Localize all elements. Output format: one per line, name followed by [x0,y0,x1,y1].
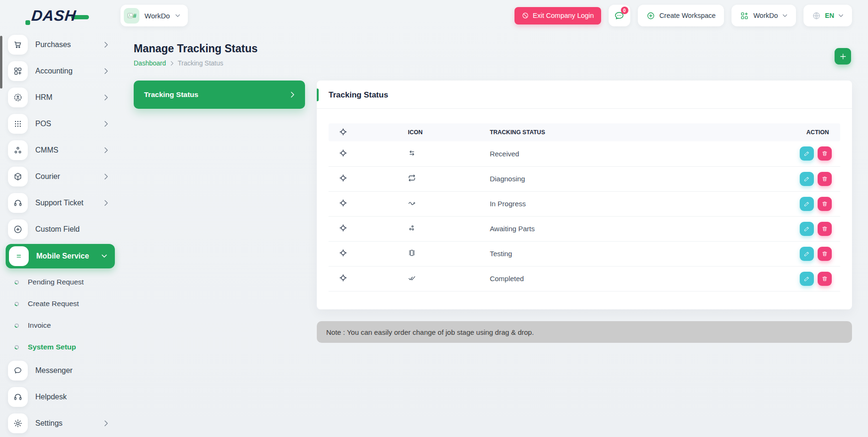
chevron-right-icon [170,61,174,66]
trash-icon [821,226,828,232]
logo-dot [25,20,30,25]
sidebar-item-cmms[interactable]: CMMS [0,138,121,163]
sidebar-item-label: Support Ticket [35,199,83,207]
language-selector[interactable]: EN [804,5,852,26]
edit-button[interactable] [800,247,814,261]
crosshair-move-icon [339,128,347,136]
table-row: Received [329,141,840,166]
sidebar-item-accounting[interactable]: Accounting [0,58,121,84]
breadcrumb-dashboard-link[interactable]: Dashboard [134,59,166,67]
messenger-badge: 0 [621,7,628,14]
create-workspace-button[interactable]: Create Workspace [638,5,724,26]
crosshair-move-icon [339,224,347,232]
sidebar-scrollbar[interactable] [0,36,2,89]
delete-button[interactable] [818,197,832,211]
pencil-icon [804,251,810,257]
sidebar-subitem-pending-request[interactable]: Pending Request [0,271,121,293]
workspace-menu-label: WorkDo [753,12,778,19]
nav-card-label: Tracking Status [144,90,198,99]
drag-handle[interactable] [329,266,408,291]
edit-button[interactable] [800,272,814,286]
chevron-right-icon [104,68,108,74]
trash-icon [821,201,828,207]
status-icon-cell [408,216,490,241]
sidebar-item-messenger[interactable]: Messenger [0,358,121,383]
pencil-icon [804,176,810,182]
topbar: DASH # WorkDo Exit Company Login 0 Creat… [0,0,868,31]
exit-company-login-button[interactable]: Exit Company Login [514,7,601,24]
crosshair-move-icon [339,174,347,182]
sidebar-item-support-ticket[interactable]: Support Ticket [0,190,121,216]
logo-text: DASH [31,7,77,24]
row-actions [728,247,840,261]
tracking-status-nav-card[interactable]: Tracking Status [134,81,305,109]
exit-button-label: Exit Company Login [533,12,594,19]
crosshair-move-icon [339,149,347,157]
dashed-circle-user-icon [8,88,28,107]
sidebar-item-mobile-service[interactable]: Mobile Service [6,244,115,268]
package-icon [8,167,28,186]
workspace-selector[interactable]: # WorkDo [121,5,188,26]
sidebar-subitem-label: Pending Request [28,278,84,286]
sidebar-item-pos[interactable]: POS [0,111,121,137]
sidebar-item-label: Messenger [35,366,72,375]
table-row: Completed [329,266,840,291]
sidebar-item-label: Courier [35,172,60,181]
sidebar-item-label: Mobile Service [36,252,89,260]
row-actions [728,146,840,161]
sidebar-item-hrm[interactable]: HRM [0,85,121,110]
sidebar-subitem-label: System Setup [28,343,76,351]
sidebar-item-custom-field[interactable]: Custom Field [0,217,121,242]
edit-button[interactable] [800,222,814,236]
trash-icon [821,176,828,182]
status-label: Completed [490,266,727,291]
globe-icon [812,11,821,20]
status-icon-cell [408,141,490,166]
mobile-dashed-icon [408,249,416,257]
status-label: Testing [490,241,727,266]
drag-handle[interactable] [329,191,408,216]
delete-button[interactable] [818,247,832,261]
messenger-button[interactable]: 0 [609,5,630,26]
menu-lines-icon [9,246,29,266]
wave-arrow-icon [408,199,416,207]
sidebar-item-label: Settings [35,419,63,428]
icon-column-header: ICON [408,123,490,141]
table-row: Diagnosing [329,166,840,191]
chat-bubble-icon [8,361,28,380]
add-tracking-status-button[interactable] [835,48,851,65]
sidebar-item-courier[interactable]: Courier [0,164,121,189]
chevron-right-icon [290,91,295,98]
sidebar-subitem-system-setup[interactable]: System Setup [0,336,121,358]
drag-handle[interactable] [329,141,408,166]
status-label: Diagnosing [490,166,727,191]
edit-button[interactable] [800,197,814,211]
headset-icon [8,387,28,407]
drag-handle[interactable] [329,241,408,266]
delete-button[interactable] [818,272,832,286]
panel-title: Tracking Status [329,90,388,99]
sidebar-item-purchases[interactable]: Purchases [0,32,121,57]
delete-button[interactable] [818,146,832,161]
row-actions [728,272,840,286]
sidebar-item-label: POS [35,120,51,128]
delete-button[interactable] [818,222,832,236]
drag-handle[interactable] [329,166,408,191]
sidebar-subitem-invoice[interactable]: Invoice [0,315,121,336]
trash-icon [821,251,828,257]
main-content: Manage Tracking Status Dashboard Trackin… [121,31,868,437]
sidebar-item-settings[interactable]: Settings [0,411,121,436]
workspace-menu-button[interactable]: WorkDo [731,5,796,26]
sidebar-item-helpdesk[interactable]: Helpdesk [0,384,121,410]
status-icon-cell [408,191,490,216]
sidebar-subitem-create-request[interactable]: Create Request [0,293,121,315]
app-logo: DASH [0,7,121,24]
status-column-header: TRACKING STATUS [490,123,727,141]
sidebar-item-label: Purchases [35,40,71,49]
tracking-status-table: ICON TRACKING STATUS ACTION Received [329,123,840,291]
delete-button[interactable] [818,172,832,186]
bullet-circle-icon [14,323,19,328]
edit-button[interactable] [800,172,814,186]
drag-handle[interactable] [329,216,408,241]
edit-button[interactable] [800,146,814,161]
